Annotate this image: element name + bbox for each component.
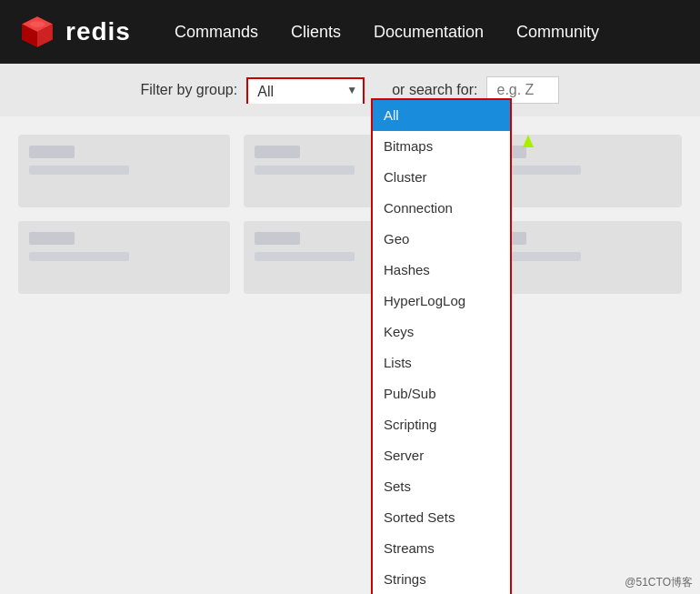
card-placeholder (18, 221, 230, 294)
dropdown-item[interactable]: Scripting (373, 409, 510, 440)
brand-name: redis (65, 17, 131, 46)
dropdown-item[interactable]: Geo (373, 224, 510, 255)
dropdown-item[interactable]: HyperLogLog (373, 286, 510, 317)
nav-commands[interactable]: Commands (158, 0, 275, 64)
card-placeholder (18, 135, 230, 207)
logo: redis (18, 13, 131, 51)
dropdown-item[interactable]: Keys (373, 317, 510, 347)
dropdown-item[interactable]: Sets (373, 471, 510, 502)
search-label: or search for: (392, 82, 477, 98)
dropdown-item[interactable]: Cluster (373, 162, 510, 193)
dropdown-item[interactable]: Server (373, 440, 510, 471)
nav-links: Commands Clients Documentation Community (158, 0, 615, 64)
navbar: redis Commands Clients Documentation Com… (0, 0, 700, 64)
nav-documentation[interactable]: Documentation (357, 0, 500, 64)
group-dropdown: AllBitmapsClusterConnectionGeoHashesHype… (371, 98, 512, 594)
svg-point-4 (30, 21, 45, 27)
filter-bar: Filter by group: All ▼ or search for: (0, 64, 700, 116)
nav-clients[interactable]: Clients (275, 0, 357, 64)
group-filter-select[interactable]: All (246, 77, 365, 104)
dropdown-item[interactable]: Hashes (373, 255, 510, 286)
dropdown-item[interactable]: Pub/Sub (373, 378, 510, 409)
content-area (0, 116, 700, 312)
dropdown-item[interactable]: Bitmaps (373, 131, 510, 162)
filter-label: Filter by group: (141, 82, 238, 98)
nav-community[interactable]: Community (500, 0, 615, 64)
dropdown-item[interactable]: Strings (373, 564, 510, 594)
dropdown-item[interactable]: Connection (373, 193, 510, 224)
watermark: @51CTO博客 (625, 575, 693, 590)
dropdown-item[interactable]: Sorted Sets (373, 502, 510, 533)
group-filter-wrapper: All ▼ (246, 77, 365, 104)
dropdown-item[interactable]: Streams (373, 533, 510, 564)
dropdown-item[interactable]: Lists (373, 347, 510, 378)
dropdown-item[interactable]: All (373, 100, 510, 131)
redis-logo-icon (18, 13, 56, 51)
